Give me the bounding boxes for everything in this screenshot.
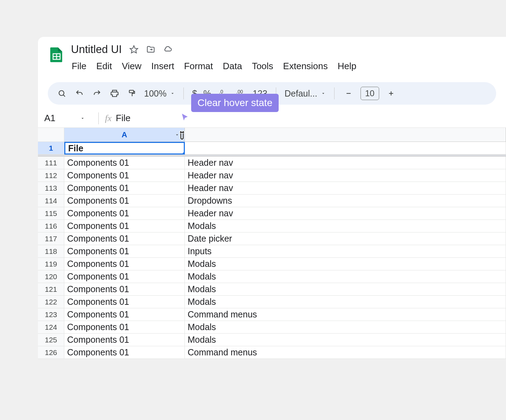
menu-insert[interactable]: Insert (151, 59, 174, 73)
cell-b[interactable]: Header nav (185, 157, 506, 169)
zoom-dropdown[interactable]: 100% (144, 88, 175, 99)
row-header[interactable]: 121 (38, 283, 64, 296)
cell-b[interactable]: Modals (185, 270, 506, 283)
paint-format-icon[interactable] (126, 88, 138, 99)
chevron-down-icon (80, 116, 85, 121)
row-header[interactable]: 111 (38, 157, 64, 169)
cell-b[interactable]: Inputs (185, 245, 506, 258)
row-header[interactable]: 115 (38, 207, 64, 220)
table-row: 122Components 01Modals (38, 296, 506, 308)
formula-input[interactable]: fx File (105, 113, 131, 124)
cell-b[interactable]: Header nav (185, 182, 506, 195)
undo-icon[interactable] (74, 88, 85, 99)
row-header[interactable]: 119 (38, 258, 64, 270)
zoom-value: 100% (144, 88, 167, 99)
menu-file[interactable]: File (72, 59, 86, 73)
menu-format[interactable]: Format (184, 59, 213, 73)
column-header-a[interactable]: A (64, 128, 185, 142)
move-folder-icon[interactable] (146, 45, 156, 54)
cell-b[interactable]: Date picker (185, 232, 506, 245)
row-header[interactable]: 125 (38, 334, 64, 346)
row-header[interactable]: 116 (38, 220, 64, 232)
cell-a[interactable]: Components 01 (64, 321, 185, 334)
cell-a[interactable]: Components 01 (64, 207, 185, 220)
menu-view[interactable]: View (122, 59, 142, 73)
cell-a[interactable]: Components 01 (64, 258, 185, 270)
table-row: 118Components 01Inputs (38, 245, 506, 258)
cell-b[interactable]: Modals (185, 220, 506, 232)
sheets-logo-icon[interactable] (48, 43, 65, 66)
font-size-input[interactable]: 10 (361, 87, 379, 100)
menu-edit[interactable]: Edit (96, 59, 112, 73)
cell-a[interactable]: Components 01 (64, 195, 185, 207)
cell-a[interactable]: Components 01 (64, 232, 185, 245)
menu-extensions[interactable]: Extensions (283, 59, 328, 73)
cell-a[interactable]: Components 01 (64, 308, 185, 321)
menubar: File Edit View Insert Format Data Tools … (71, 59, 356, 73)
cell-a[interactable]: Components 01 (64, 283, 185, 296)
column-header-b[interactable] (185, 128, 506, 142)
cell-a[interactable]: Components 01 (64, 220, 185, 232)
cell-a1-selected[interactable]: File (64, 142, 185, 155)
name-box[interactable]: A1 (44, 113, 92, 124)
menu-help[interactable]: Help (338, 59, 356, 73)
menu-data[interactable]: Data (223, 59, 242, 73)
separator (334, 87, 335, 99)
menu-tools[interactable]: Tools (252, 59, 273, 73)
cell-a[interactable]: Components 01 (64, 270, 185, 283)
row-header[interactable]: 117 (38, 232, 64, 245)
cell-a[interactable]: Components 01 (64, 296, 185, 308)
table-row: 120Components 01Modals (38, 270, 506, 283)
row-header[interactable]: 113 (38, 182, 64, 195)
increase-font-icon[interactable] (385, 88, 397, 99)
row-header[interactable]: 124 (38, 321, 64, 334)
row-header[interactable]: 118 (38, 245, 64, 258)
document-title[interactable]: Untitled UI (71, 43, 122, 56)
cell-b[interactable]: Command menus (185, 346, 506, 359)
star-icon[interactable] (129, 45, 139, 54)
cell-b1[interactable] (185, 142, 506, 155)
svg-point-4 (59, 91, 64, 96)
cell-a[interactable]: Components 01 (64, 157, 185, 169)
spreadsheet-window: Untitled UI File Edit View Insert Format… (38, 37, 506, 359)
cell-b[interactable]: Dropdowns (185, 195, 506, 207)
print-icon[interactable] (109, 88, 120, 99)
cell-b[interactable]: Modals (185, 334, 506, 346)
cell-b[interactable]: Modals (185, 321, 506, 334)
redo-icon[interactable] (91, 88, 103, 99)
cell-a[interactable]: Components 01 (64, 346, 185, 359)
cell-b[interactable]: Command menus (185, 308, 506, 321)
cell-a[interactable]: Components 01 (64, 334, 185, 346)
separator (183, 87, 184, 99)
select-all-corner[interactable] (38, 128, 64, 142)
frozen-row: 1 File (38, 142, 506, 155)
row-header[interactable]: 123 (38, 308, 64, 321)
row-header[interactable]: 122 (38, 296, 64, 308)
cell-b[interactable]: Modals (185, 258, 506, 270)
table-row: 126Components 01Command menus (38, 346, 506, 359)
row-header[interactable]: 120 (38, 270, 64, 283)
cell-b[interactable]: Modals (185, 296, 506, 308)
column-menu-icon[interactable] (175, 130, 180, 139)
cell-b[interactable]: Header nav (185, 169, 506, 182)
cell-b[interactable]: Modals (185, 283, 506, 296)
table-row: 121Components 01Modals (38, 283, 506, 296)
cell-a[interactable]: Components 01 (64, 182, 185, 195)
row-header-1[interactable]: 1 (38, 142, 64, 155)
font-dropdown[interactable]: Defaul... (285, 88, 326, 99)
search-icon[interactable] (56, 88, 67, 99)
row-header[interactable]: 114 (38, 195, 64, 207)
hover-tooltip: Clear hover state (191, 94, 279, 112)
svg-rect-7 (129, 90, 134, 93)
row-header[interactable]: 112 (38, 169, 64, 182)
row-header[interactable]: 126 (38, 346, 64, 359)
selection-handle[interactable] (182, 152, 185, 155)
separator (98, 112, 99, 124)
cell-a[interactable]: Components 01 (64, 169, 185, 182)
cell-b[interactable]: Header nav (185, 207, 506, 220)
title-row: Untitled UI (71, 43, 356, 56)
cell-a[interactable]: Components 01 (64, 245, 185, 258)
decrease-font-icon[interactable] (343, 88, 354, 99)
svg-marker-3 (130, 46, 138, 53)
cloud-status-icon[interactable] (163, 45, 173, 54)
